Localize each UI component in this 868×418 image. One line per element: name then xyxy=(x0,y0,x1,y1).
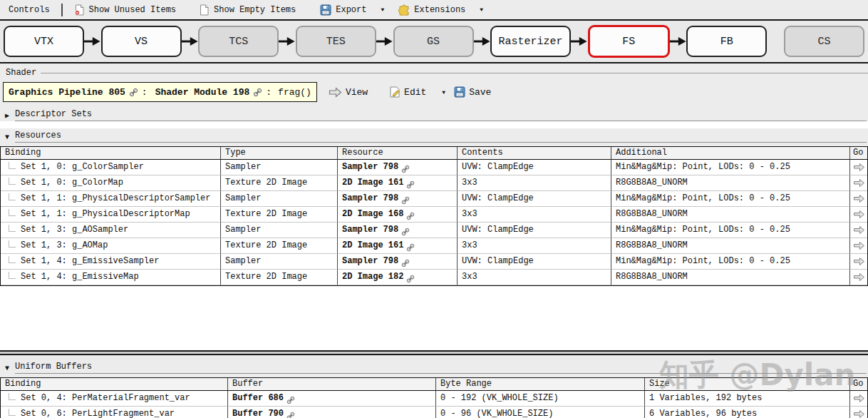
binding-cell[interactable]: Set 1, 3: g_AOMap xyxy=(1,238,221,254)
additional-cell: Min&Mag&Mip: Point, LODs: 0 - 0.25 xyxy=(611,191,850,207)
section-uniform-buffers[interactable]: ▼ Uniform Buffers xyxy=(0,360,868,374)
stage-arrow-icon xyxy=(182,36,199,46)
uniform-buffers-table: BindingBufferByte RangeSizeGoSet 0, 4: P… xyxy=(0,377,868,418)
type-cell: Sampler xyxy=(221,223,338,238)
puzzle-icon xyxy=(398,4,410,16)
go-arrow-icon xyxy=(853,272,865,282)
section-descriptor-sets[interactable]: ▶ Descriptor Sets xyxy=(0,107,868,121)
pipeline-stage-cs[interactable]: CS xyxy=(784,26,864,57)
go-cell[interactable] xyxy=(850,175,867,191)
binding-cell[interactable]: Set 1, 4: g_EmissiveSampler xyxy=(1,254,221,270)
resource-link-icon[interactable] xyxy=(286,412,295,418)
additional-cell: Min&Mag&Mip: Point, LODs: 0 - 0.25 xyxy=(611,160,850,175)
view-label: View xyxy=(346,87,368,98)
binding-cell[interactable]: Set 1, 0: g_ColorSampler xyxy=(1,160,221,175)
tree-branch-icon xyxy=(9,225,16,232)
page-unused-icon xyxy=(74,4,85,16)
show-unused-items-button[interactable]: Show Unused Items xyxy=(70,3,180,17)
pipeline-stage-fb[interactable]: FB xyxy=(686,26,767,57)
type-cell: Sampler xyxy=(221,254,338,270)
column-header-size: Size xyxy=(645,378,850,391)
resource-link-icon[interactable] xyxy=(406,212,415,220)
show-empty-items-label: Show Empty Items xyxy=(214,5,296,15)
column-header-resource: Resource xyxy=(338,147,458,160)
resources-table: BindingTypeResourceContentsAdditionalGoS… xyxy=(0,146,868,286)
section-resources[interactable]: ▼ Resources xyxy=(0,128,868,143)
go-cell[interactable] xyxy=(850,254,867,270)
pipeline-stage-gs[interactable]: GS xyxy=(393,26,474,57)
resource-link-icon[interactable] xyxy=(401,196,410,205)
link-icon[interactable] xyxy=(253,88,262,97)
resource-link-icon[interactable] xyxy=(286,396,295,404)
go-cell[interactable] xyxy=(850,191,867,207)
toolbar: Controls Show Unused Items Show Empty It… xyxy=(0,0,868,21)
page-icon xyxy=(199,4,210,16)
shader-pipeline-link[interactable]: Graphics Pipeline 805 xyxy=(9,87,125,98)
column-header-binding: Binding xyxy=(1,378,228,391)
extensions-dropdown-arrow[interactable]: ▼ xyxy=(480,6,483,13)
binding-cell[interactable]: Set 0, 6: PerLightFragment_var xyxy=(1,407,228,418)
pipeline-flow: VTXVSTCSTESGSRasterizerFSFBCS xyxy=(0,21,868,63)
stage-arrow-icon xyxy=(474,36,491,46)
pipeline-stage-fs[interactable]: FS xyxy=(588,25,670,58)
resource-link-icon[interactable] xyxy=(401,259,410,267)
group-divider xyxy=(41,73,868,73)
binding-cell[interactable]: Set 1, 1: g_PhysicalDescriptorMap xyxy=(1,207,221,223)
additional-cell: Min&Mag&Mip: Point, LODs: 0 - 0.25 xyxy=(611,254,850,270)
pipeline-stage-vtx[interactable]: VTX xyxy=(4,26,84,57)
go-arrow-icon xyxy=(853,409,865,418)
edit-dropdown-arrow[interactable]: ▼ xyxy=(442,89,445,96)
edit-label: Edit xyxy=(404,87,426,98)
save-button[interactable]: Save xyxy=(454,86,491,98)
export-dropdown-arrow[interactable]: ▼ xyxy=(381,6,384,13)
size-cell: 1 Variables, 192 bytes xyxy=(645,391,850,407)
contents-cell: 3x3 xyxy=(458,270,611,285)
resource-link-icon[interactable] xyxy=(401,228,410,236)
go-arrow-icon xyxy=(853,178,865,188)
type-cell: Texture 2D Image xyxy=(221,175,338,191)
column-header-buffer: Buffer xyxy=(228,378,436,391)
edit-button[interactable]: Edit xyxy=(389,86,426,98)
resources-label: Resources xyxy=(15,131,61,141)
contents-cell: 3x3 xyxy=(458,207,611,223)
go-cell[interactable] xyxy=(850,207,867,223)
binding-cell[interactable]: Set 1, 3: g_AOSampler xyxy=(1,223,221,238)
go-cell[interactable] xyxy=(850,238,867,254)
pipeline-stage-tes[interactable]: TES xyxy=(296,26,376,57)
tree-branch-icon xyxy=(9,272,16,279)
pipeline-stage-tcs[interactable]: TCS xyxy=(198,26,279,57)
resource-link-icon[interactable] xyxy=(406,275,415,283)
resource-link-icon[interactable] xyxy=(406,180,415,189)
resource-link-icon[interactable] xyxy=(406,243,415,252)
pipeline-stage-vs[interactable]: VS xyxy=(101,26,182,57)
section-splitter[interactable] xyxy=(0,350,868,355)
go-cell[interactable] xyxy=(850,160,867,175)
go-cell[interactable] xyxy=(850,223,867,238)
show-empty-items-button[interactable]: Show Empty Items xyxy=(195,3,300,17)
binding-cell[interactable]: Set 0, 4: PerMaterialFragment_var xyxy=(1,391,228,407)
go-arrow-icon xyxy=(853,241,865,250)
link-icon[interactable] xyxy=(129,88,138,97)
stage-arrow-icon xyxy=(670,36,687,46)
go-cell[interactable] xyxy=(850,407,867,418)
pipeline-stage-rasterizer[interactable]: Rasterizer xyxy=(490,26,571,57)
go-cell[interactable] xyxy=(850,270,867,285)
binding-cell[interactable]: Set 1, 0: g_ColorMap xyxy=(1,175,221,191)
extensions-button[interactable]: Extensions xyxy=(394,3,470,17)
controls-button[interactable]: Controls xyxy=(4,4,54,16)
shader-module-link[interactable]: Shader Module 198 xyxy=(155,87,250,98)
contents-cell: UVW: ClampEdge xyxy=(458,191,611,207)
export-button[interactable]: Export xyxy=(316,3,371,17)
go-cell[interactable] xyxy=(850,391,867,407)
binding-cell[interactable]: Set 1, 4: g_EmissiveMap xyxy=(1,270,221,285)
resource-cell: Sampler 798 xyxy=(338,254,458,270)
binding-cell[interactable]: Set 1, 1: g_PhysicalDescriptorSampler xyxy=(1,191,221,207)
view-button[interactable]: View xyxy=(329,87,368,98)
buffer-cell: Buffer 790 xyxy=(228,407,436,418)
floppy-icon xyxy=(320,4,331,16)
type-cell: Sampler xyxy=(221,160,338,175)
column-header-binding: Binding xyxy=(1,147,221,160)
resource-link-icon[interactable] xyxy=(401,165,410,173)
go-arrow-icon xyxy=(853,257,865,266)
tree-branch-icon xyxy=(9,162,16,169)
